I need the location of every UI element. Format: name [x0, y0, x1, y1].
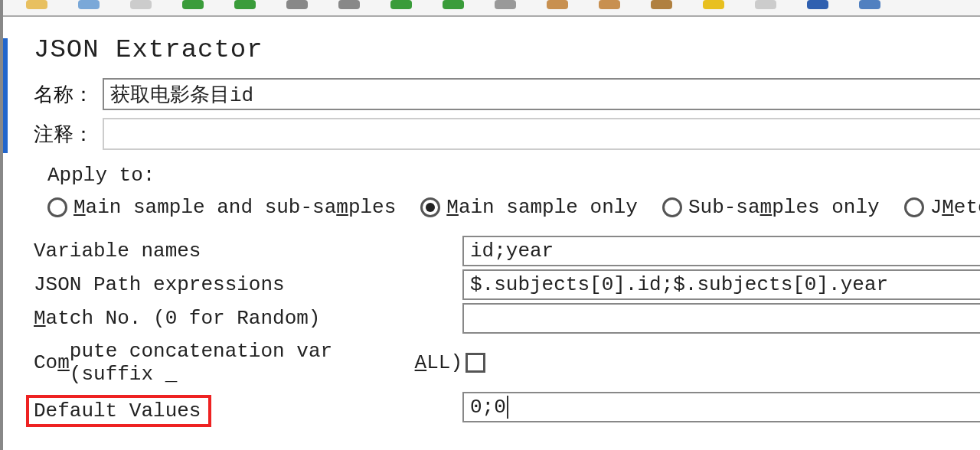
default-values-input[interactable]: 0;0	[462, 392, 980, 422]
default-values-label: Default Values	[34, 399, 201, 422]
radio-icon	[904, 197, 924, 217]
apply-to-group: Main sample and sub-samples Main sample …	[47, 196, 980, 219]
variable-names-label: Variable names	[34, 236, 462, 266]
toolbar-icon[interactable]	[390, 0, 412, 9]
radio-label: Main sample only	[446, 196, 638, 219]
fields-grid: Variable names JSON Path expressions Mat…	[34, 236, 980, 430]
compute-concat-label: Compute concatenation var (suffix _ALL)	[34, 337, 462, 389]
radio-icon	[420, 197, 440, 217]
default-values-highlight: Default Values	[26, 395, 211, 427]
toolbar-icon[interactable]	[443, 0, 464, 9]
toolbar-icon[interactable]	[859, 0, 880, 9]
editor-panel: JSON Extractor 名称： 注释： Apply to: Main sa…	[3, 17, 980, 430]
toolbar-icon[interactable]	[338, 0, 360, 9]
radio-icon	[47, 197, 67, 217]
toolbar-icon[interactable]	[651, 0, 672, 9]
toolbar-icon[interactable]	[286, 0, 308, 9]
default-values-text: 0;0	[470, 396, 508, 419]
radio-sub-only[interactable]: Sub-samples only	[662, 196, 880, 219]
toolbar-icon[interactable]	[547, 0, 568, 9]
toolbar-icon[interactable]	[703, 0, 724, 9]
compute-concat-checkbox[interactable]	[466, 353, 485, 373]
window: JSON Extractor 名称： 注释： Apply to: Main sa…	[0, 0, 980, 450]
name-label: 名称：	[34, 81, 103, 108]
toolbar-icon[interactable]	[755, 0, 776, 9]
comment-input[interactable]	[103, 118, 980, 150]
radio-jmeter-variable[interactable]: JMeter Variabl	[904, 196, 980, 219]
toolbar	[3, 0, 980, 17]
radio-main-only[interactable]: Main sample only	[420, 196, 638, 219]
radio-label: Main sample and sub-samples	[74, 196, 396, 219]
toolbar-icon[interactable]	[78, 0, 100, 9]
default-values-label-wrap: Default Values	[34, 392, 462, 430]
toolbar-icon[interactable]	[807, 0, 828, 9]
apply-to-label: Apply to:	[47, 164, 980, 187]
tree-selection-edge	[3, 38, 8, 153]
toolbar-icon[interactable]	[495, 0, 516, 9]
toolbar-icon[interactable]	[599, 0, 620, 9]
radio-main-and-sub[interactable]: Main sample and sub-samples	[47, 196, 396, 219]
toolbar-icon[interactable]	[234, 0, 256, 9]
match-no-label: Match No. (0 for Random)	[34, 303, 462, 334]
name-row: 名称：	[34, 78, 980, 110]
radio-icon	[662, 197, 682, 217]
radio-label: Sub-samples only	[688, 196, 880, 219]
variable-names-input[interactable]	[462, 236, 980, 266]
json-path-label: JSON Path expressions	[34, 269, 462, 300]
comment-label: 注释：	[34, 121, 103, 148]
radio-label: JMeter Variabl	[930, 196, 980, 219]
json-path-input[interactable]	[462, 269, 980, 300]
toolbar-icon[interactable]	[182, 0, 204, 9]
match-no-input[interactable]	[462, 303, 980, 334]
name-input[interactable]	[103, 78, 980, 110]
toolbar-icon[interactable]	[26, 0, 47, 9]
comment-row: 注释：	[34, 118, 980, 150]
panel-title: JSON Extractor	[34, 35, 980, 64]
toolbar-icon[interactable]	[130, 0, 152, 9]
